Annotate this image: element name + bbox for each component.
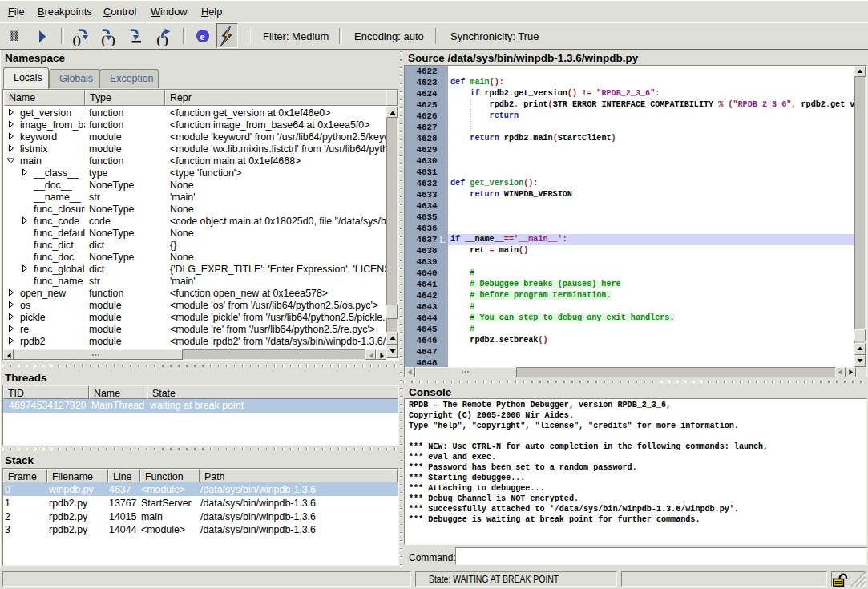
svg-text:(: (	[101, 33, 105, 47]
svg-text:(: (	[156, 33, 160, 47]
svg-text:): )	[77, 33, 81, 47]
svg-text:): )	[164, 33, 168, 47]
svg-text:): )	[111, 33, 115, 47]
